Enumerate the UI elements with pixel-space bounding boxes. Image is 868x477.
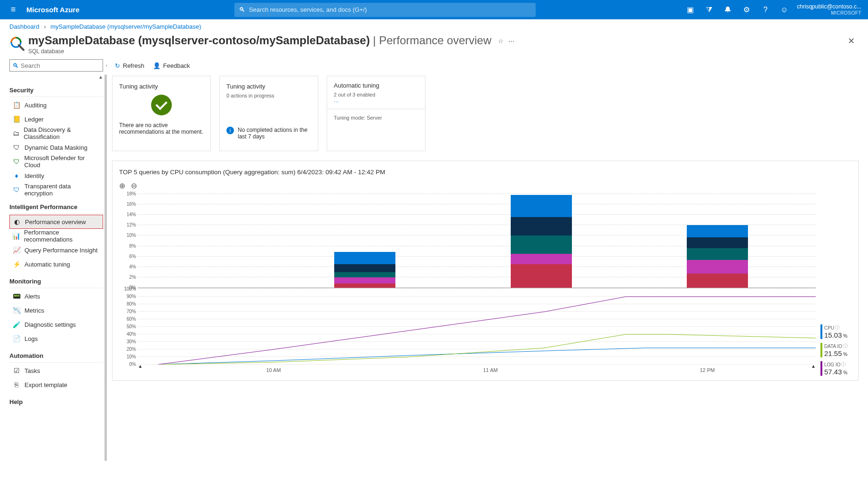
section-monitoring: Monitoring [9,278,103,285]
zoom-in-icon[interactable]: ⊕ [119,181,125,190]
filter-icon[interactable]: ⧩ [700,0,718,19]
cloud-shell-icon[interactable]: ▣ [681,0,699,19]
nav-label: Microsoft Defender for Cloud [24,154,101,169]
nav-tde[interactable]: 🛡Transparent data encryption [9,183,103,197]
bar-chart[interactable]: 0%2%4%6%8%10%12%14%16%18% [138,194,816,288]
x-label: 10 AM [266,367,281,373]
favorite-star-icon[interactable]: ☆ [498,38,504,45]
card-mode: Tuning mode: Server [334,115,418,121]
card-tuning-activity-2[interactable]: Tuning activity 0 actions in progress i … [219,76,318,151]
nav-label: Transparent data encryption [24,183,100,197]
page-title: mySampleDatabase (mysqlserver-contoso/my… [28,34,491,47]
nav-label: Query Performance Insight [24,247,97,254]
nav-export-template[interactable]: ⎘Export template [9,378,103,392]
nav-auditing[interactable]: 📋Auditing [9,98,103,112]
user-block[interactable]: chrisqpublic@contoso.c... MICROSOFT [797,3,864,16]
breadcrumb: Dashboard › mySampleDatabase (mysqlserve… [0,19,868,32]
breadcrumb-item[interactable]: mySampleDatabase (mysqlserver/mySampleDa… [50,23,201,30]
nav-tasks[interactable]: ☑Tasks [9,364,103,378]
scroll-up-arrow-icon[interactable]: ▲ [9,74,103,80]
close-blade-icon[interactable]: ✕ [844,34,859,48]
section-help: Help [9,398,103,405]
tasks-icon: ☑ [12,366,21,375]
card-title: Tuning activity [226,83,311,90]
card-title: Automatic tuning [334,82,418,89]
export-icon: ⎘ [12,380,21,389]
nav-label: Performance overview [25,218,86,226]
global-search-input[interactable] [249,6,531,13]
notifications-icon[interactable]: 🔔︎ [719,0,737,19]
section-intelligent-performance: Intelligent Performance [9,203,103,210]
feedback-icon[interactable]: ☺ [775,0,793,19]
sidebar-search[interactable]: 🔍︎ [9,59,103,72]
feedback-button[interactable]: 👤Feedback [153,62,190,69]
nav-label: Alerts [24,293,40,300]
page-subtitle: SQL database [28,48,491,55]
breadcrumb-root[interactable]: Dashboard [9,23,40,30]
logs-icon: 📄 [12,334,21,343]
nav-identity[interactable]: ♦Identity [9,169,103,183]
nav-alerts[interactable]: 📟Alerts [9,289,103,303]
nav-label: Logs [24,335,38,342]
nav-performance-overview[interactable]: ◐Performance overview [9,215,103,229]
feedback-icon: 👤 [153,62,161,69]
nav-defender[interactable]: 🛡Microsoft Defender for Cloud [9,154,103,169]
top-icon-bar: ▣ ⧩ 🔔︎ ⚙ ? ☺ [681,0,793,19]
nav-label: Automatic tuning [24,261,70,268]
global-search[interactable]: 🔍︎ [234,3,536,17]
nav-automatic-tuning[interactable]: ⚡Automatic tuning [9,257,103,271]
nav-label: Export template [24,381,67,388]
info-icon: i [226,127,234,134]
line-chart[interactable]: 0%10%20%30%40%50%60%70%80%90%100% [138,289,816,364]
section-security: Security [9,87,103,94]
help-icon[interactable]: ? [756,0,774,19]
auditing-icon: 📋 [12,101,21,109]
nav-data-discovery[interactable]: 🗂Data Discovery & Classification [9,126,103,140]
legend-item-log-io[interactable]: LOG IO ⓘ57.43 % [820,361,852,376]
page-title-suffix: Performance overview [379,34,491,47]
page-title-main: mySampleDatabase (mysqlserver-contoso/my… [28,34,370,47]
legend-item-data-io[interactable]: DATA IO ⓘ21.55 % [820,343,852,357]
nav-metrics[interactable]: 📉Metrics [9,303,103,317]
section-automation: Automation [9,352,103,359]
ledger-icon: 📒 [12,115,21,123]
qpi-icon: 📈 [12,246,21,254]
breadcrumb-sep: › [44,23,46,30]
card-automatic-tuning[interactable]: Automatic tuning 2 out of 3 enabled … Tu… [327,76,426,151]
settings-icon[interactable]: ⚙ [738,0,755,19]
sidebar-scrollbar[interactable] [104,59,107,477]
identity-icon: ♦ [12,171,21,180]
x-label: 11 AM [483,367,498,373]
chart-title: TOP 5 queries by CPU consumption (Query … [119,169,852,176]
masking-icon: 🛡 [12,143,21,152]
defender-icon: 🛡 [12,157,21,166]
auto-tune-icon: ⚡ [12,260,21,268]
legend-item-cpu[interactable]: CPU ⓘ15.03 % [820,324,852,339]
menu-toggle-icon[interactable]: ≡ [4,5,23,15]
card-sub: 0 actions in progress [226,93,311,98]
page-title-block: mySampleDatabase (mysqlserver-contoso/my… [28,34,491,55]
resource-icon [9,36,24,51]
nav-label: Auditing [24,102,47,109]
card-tuning-activity-1[interactable]: Tuning activity There are no active reco… [112,76,211,151]
brand-label: Microsoft Azure [26,6,80,14]
nav-performance-recommendations[interactable]: 📊Performance recommendations [9,229,103,243]
nav-ledger[interactable]: 📒Ledger [9,112,103,126]
nav-logs[interactable]: 📄Logs [9,331,103,346]
more-icon[interactable]: ⋯ [508,38,514,45]
nav-query-performance-insight[interactable]: 📈Query Performance Insight [9,243,103,257]
nav-diagnostic-settings[interactable]: 🧪Diagnostic settings [9,317,103,331]
refresh-button[interactable]: ↻Refresh [115,62,145,69]
x-label: 12 PM [700,367,715,373]
nav-dynamic-data-masking[interactable]: 🛡Dynamic Data Masking [9,140,103,154]
search-icon: 🔍︎ [239,6,245,13]
metrics-icon: 📉 [12,306,21,315]
x-axis: ▲▲10 AM11 AM12 PM [138,364,816,376]
card-title: Tuning activity [119,83,204,90]
perf-rec-icon: 📊 [12,232,20,240]
card-info-text: No completed actions in the last 7 days [238,127,311,140]
zoom-out-icon[interactable]: ⊖ [131,181,137,190]
sidebar-search-input[interactable] [21,62,100,69]
nav-label: Diagnostic settings [24,321,76,328]
nav-label: Identity [24,172,44,179]
